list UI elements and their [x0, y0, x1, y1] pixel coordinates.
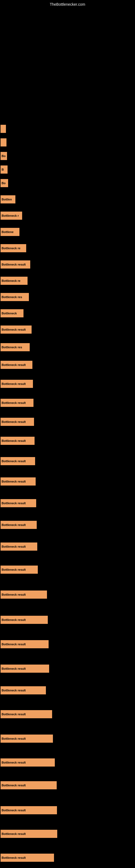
bottleneck-bar-38: Bottleneck result: [1, 854, 54, 862]
bottleneck-bar-5: Bo: [1, 179, 8, 187]
bottleneck-bar-21: Bottleneck result: [1, 457, 35, 465]
bottleneck-bar-26: Bottleneck result: [1, 565, 38, 574]
bottleneck-bar-31: Bottleneck result: [1, 686, 46, 694]
bottleneck-bar-13: Bottleneck: [1, 309, 24, 317]
bottleneck-bar-15: Bottleneck res: [1, 343, 30, 351]
bottleneck-bar-17: Bottleneck result: [1, 380, 33, 388]
bottleneck-bar-4: B: [1, 165, 8, 174]
bottleneck-bar-12: Bottleneck res: [1, 293, 29, 301]
bottleneck-bar-27: Bottleneck result: [1, 590, 47, 599]
bottleneck-bar-22: Bottleneck result: [1, 477, 36, 486]
bottleneck-bar-25: Bottleneck result: [1, 542, 37, 551]
bottleneck-bar-19: Bottleneck result: [1, 418, 34, 426]
bottleneck-bar-32: Bottleneck result: [1, 710, 52, 718]
bottleneck-bar-3: Bo: [1, 152, 7, 160]
bottleneck-bar-14: Bottleneck result: [1, 326, 32, 334]
bottleneck-bar-37: Bottleneck result: [1, 830, 57, 838]
bottleneck-bar-18: Bottleneck result: [1, 399, 34, 407]
bottleneck-bar-8: Bottlene: [1, 228, 19, 236]
bottleneck-bar-20: Bottleneck result: [1, 437, 35, 445]
bottleneck-bar-34: Bottleneck result: [1, 758, 55, 767]
site-title: TheBottlenecker.com: [50, 2, 85, 6]
bottleneck-bar-36: Bottleneck result: [1, 806, 57, 814]
bottleneck-bar-24: Bottleneck result: [1, 521, 37, 529]
bottleneck-bar-28: Bottleneck result: [1, 616, 48, 624]
bottleneck-bar-6: Bottlen: [1, 195, 15, 204]
bottleneck-bar-11: Bottleneck re: [1, 277, 28, 285]
bottleneck-bar-2: [1, 138, 6, 147]
bottleneck-bar-30: Bottleneck result: [1, 664, 49, 673]
bottleneck-bar-7: Bottleneck r: [1, 212, 22, 220]
bottleneck-bar-23: Bottleneck result: [1, 499, 36, 507]
bottleneck-bar-29: Bottleneck result: [1, 640, 49, 648]
bottleneck-bar-10: Bottleneck result: [1, 260, 30, 269]
bottleneck-bar-16: Bottleneck result: [1, 361, 32, 369]
bottleneck-bar-35: Bottleneck result: [1, 781, 57, 789]
bottleneck-bar-9: Bottleneck re: [1, 244, 26, 252]
bottleneck-bar-1: [1, 125, 6, 133]
bottleneck-bar-33: Bottleneck result: [1, 735, 53, 743]
